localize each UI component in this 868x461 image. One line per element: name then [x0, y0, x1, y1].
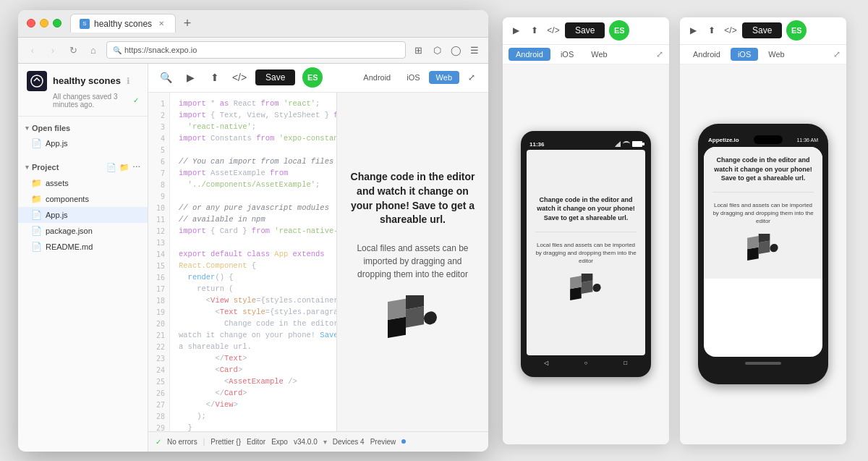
panel-icons: ▶ ⬆ </>: [509, 23, 561, 38]
code-icon[interactable]: </>: [723, 23, 738, 38]
home-button[interactable]: ⌂: [86, 43, 101, 57]
ios-home-bar: [745, 362, 781, 365]
line-num: 15: [148, 261, 169, 272]
code-editor[interactable]: 1 2 3 4 5 6 7 8 9 10 11 12 13 14: [148, 93, 336, 431]
tab-ios[interactable]: iOS: [731, 48, 758, 61]
code-line: <Card>: [179, 365, 328, 376]
upload-icon[interactable]: ⬆: [527, 23, 542, 38]
recents-nav-btn[interactable]: □: [620, 359, 631, 366]
tab-close-button[interactable]: ✕: [156, 19, 166, 29]
minimize-button[interactable]: [40, 19, 48, 28]
code-icon[interactable]: </>: [546, 23, 561, 38]
line-num: 24: [148, 365, 169, 376]
user-avatar[interactable]: ES: [786, 20, 807, 41]
add-folder-icon[interactable]: 📁: [119, 163, 129, 172]
save-button[interactable]: Save: [742, 22, 782, 38]
open-files-header[interactable]: ▾ Open files: [18, 121, 148, 135]
phone-previews: ▶ ⬆ </> Save ES Android iOS Web ⤢ 11:36: [499, 10, 850, 452]
play-icon[interactable]: ▶: [509, 23, 523, 38]
tab-android[interactable]: Android: [686, 48, 728, 61]
tab-web[interactable]: Web: [584, 48, 614, 61]
code-line: [179, 237, 328, 249]
sidebar-item-app-js-open[interactable]: 📄 App.js: [18, 135, 148, 151]
sidebar-item-components[interactable]: 📁 components: [18, 191, 148, 207]
status-dot: [401, 439, 406, 444]
code-line: render() {: [179, 272, 328, 284]
code-line: [179, 145, 328, 156]
devices-button[interactable]: Devices 4: [333, 438, 365, 446]
tab-web[interactable]: Web: [761, 48, 791, 61]
signal-icon: [615, 141, 621, 147]
reload-button[interactable]: ↻: [66, 43, 80, 57]
ios-screen-content: Change code in the editor and watch it c…: [704, 147, 822, 279]
expand-icon[interactable]: ⤢: [464, 69, 480, 85]
play-icon[interactable]: ▶: [686, 23, 700, 38]
browser-tab[interactable]: S healthy scones ✕: [70, 14, 176, 33]
upload-icon[interactable]: ⬆: [705, 23, 719, 38]
user-avatar[interactable]: ES: [302, 67, 323, 88]
tab-web[interactable]: Web: [429, 71, 459, 84]
line-num: 4: [148, 133, 169, 145]
sidebar-item-app-js[interactable]: 📄 App.js: [18, 207, 148, 223]
more-icon[interactable]: ⋯: [132, 163, 140, 172]
save-button[interactable]: Save: [255, 69, 295, 85]
line-num: 29: [148, 423, 169, 431]
android-tab-bar: Android iOS Web ⤢: [503, 45, 669, 64]
svg-rect-9: [592, 284, 600, 292]
save-button[interactable]: Save: [565, 22, 605, 38]
profile-icon[interactable]: ◯: [449, 43, 462, 56]
ios-status-right: 11:36 AM: [796, 138, 818, 143]
new-tab-button[interactable]: +: [179, 14, 196, 32]
tab-ios[interactable]: iOS: [553, 48, 581, 61]
sidebar-item-label: App.js: [46, 211, 68, 219]
sidebar-item-readme[interactable]: 📄 README.md: [18, 239, 148, 255]
code-line: Change code in the editor and: [179, 318, 328, 330]
sidebar-item-assets[interactable]: 📁 assets: [18, 175, 148, 191]
line-num: 11: [148, 214, 169, 226]
back-nav-btn[interactable]: ◁: [540, 359, 552, 366]
expand-icon[interactable]: ⤢: [833, 49, 841, 59]
editor-button[interactable]: Editor: [247, 438, 265, 446]
code-icon[interactable]: </>: [231, 69, 248, 86]
app-title-row: healthy scones ℹ: [27, 71, 139, 91]
sidebar-item-package-json[interactable]: 📄 package.json: [18, 223, 148, 239]
address-bar[interactable]: 🔍 https://snack.expo.io: [106, 41, 406, 59]
preview-sub-text: Local files and assets can be imported b…: [348, 242, 477, 281]
line-numbers: 1 2 3 4 5 6 7 8 9 10 11 12 13 14: [148, 93, 170, 431]
prettier-button[interactable]: Prettier {}: [210, 438, 241, 446]
tab-bar: S healthy scones ✕ +: [70, 14, 480, 33]
tab-android[interactable]: Android: [509, 48, 550, 61]
version-selector[interactable]: v34.0.0: [294, 438, 318, 446]
android-time: 11:36: [529, 141, 544, 148]
fullscreen-button[interactable]: [53, 19, 61, 28]
expo-button[interactable]: Expo: [271, 438, 288, 446]
line-num: 25: [148, 376, 169, 388]
play-icon[interactable]: ▶: [182, 69, 199, 86]
upload-icon[interactable]: ⬆: [206, 69, 224, 86]
code-content[interactable]: import * as React from 'react'; import {…: [170, 93, 336, 431]
android-status-icons: [615, 141, 642, 147]
save-area: Save ES: [565, 20, 629, 41]
android-screen: Change code in the editor and watch it c…: [527, 150, 645, 355]
forward-button[interactable]: ›: [46, 43, 60, 57]
add-file-icon[interactable]: 📄: [106, 163, 116, 172]
code-line: );: [179, 411, 328, 423]
home-nav-btn[interactable]: ○: [580, 359, 592, 366]
expand-icon[interactable]: ⤢: [656, 49, 663, 59]
line-num: 27: [148, 399, 169, 411]
preview-button[interactable]: Preview: [370, 438, 396, 446]
title-bar: S healthy scones ✕ +: [18, 10, 488, 38]
battery-icon: [632, 141, 642, 147]
menu-icon[interactable]: ☰: [468, 43, 481, 56]
tab-ios[interactable]: iOS: [399, 71, 427, 84]
code-line: <AssetExample />: [179, 376, 328, 388]
close-button[interactable]: [27, 19, 35, 28]
user-avatar[interactable]: ES: [609, 20, 629, 41]
cast-icon[interactable]: ⬡: [430, 43, 443, 56]
project-header[interactable]: ▾ Project 📄 📁 ⋯: [18, 160, 148, 175]
back-button[interactable]: ‹: [25, 43, 40, 57]
tab-android[interactable]: Android: [356, 71, 398, 84]
code-line: // or any pure javascript modules: [179, 203, 328, 214]
search-icon[interactable]: 🔍: [157, 69, 174, 86]
grid-icon[interactable]: ⊞: [412, 43, 425, 56]
